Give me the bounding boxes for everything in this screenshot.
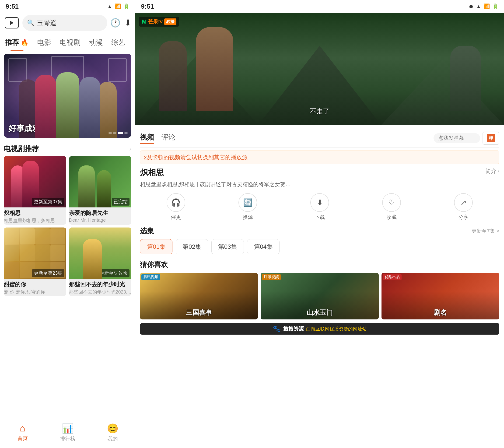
rec-title-2: 山水玉门 <box>306 308 333 317</box>
card-title-1: 炽相思 <box>4 209 66 217</box>
episode-chip-4[interactable]: 第04集 <box>247 239 280 254</box>
char-right <box>450 46 481 111</box>
rec-badge-3: 优酷出品 <box>383 274 402 280</box>
rec-card-3[interactable]: 剧名 优酷出品 <box>381 273 499 320</box>
card-subtitle-2: Dear Mr. Heritage <box>69 217 132 223</box>
nav-label-home: 首页 <box>18 435 28 442</box>
action-btn-favorite[interactable]: ♡ 收藏 <box>382 193 401 221</box>
action-row: 🎧 催更 🔄 换源 ⬇ 下载 ♡ 收藏 <box>140 193 499 221</box>
action-btn-share[interactable]: ↗ 分享 <box>454 193 473 221</box>
card-img-3: 更新至第23集 <box>4 228 66 279</box>
vtab-video[interactable]: 视频 <box>140 133 154 144</box>
search-bar: 🔍 玉骨遥 🕐 ⬇ <box>0 13 135 33</box>
card-subtitle-3: 宠·你,宠你,甜蜜的你 <box>4 289 66 295</box>
drama-description: 相思盘里炽相思,炽相思 | 该剧讲述了对古灵精怪的将军之女贺… <box>140 180 499 189</box>
danmaku-input: 弹 <box>433 132 499 145</box>
nav-tab-tv[interactable]: 电视剧 <box>58 36 82 51</box>
chevron-right-icon: › <box>129 145 131 153</box>
card-badge-1: 更新至第07集 <box>32 198 64 206</box>
notice-bar[interactable]: x及卡顿的视频请尝试切换到其它的播放源 <box>140 150 499 164</box>
card-3[interactable]: 更新至第23集 甜蜜的你 宠·你,宠你,甜蜜的你 <box>4 228 66 296</box>
right-panel: 9:51 ⏺ ▲ 📶 🔋 不走了 M 芒果tv 独播 <box>135 0 504 448</box>
danmaku-button[interactable]: 弹 <box>483 132 499 145</box>
status-bar-left: 9:51 ▲ 📶 🔋 <box>0 0 135 13</box>
dot-4 <box>124 132 128 134</box>
card-1[interactable]: 更新至第07集 炽相思 相思盘里炽相思，炽相思 <box>4 156 66 225</box>
drama-intro-btn[interactable]: 简介 › <box>485 167 499 175</box>
dot-3 <box>118 132 123 134</box>
video-logo: M 芒果tv 独播 <box>139 17 179 27</box>
card-title-3: 甜蜜的你 <box>4 281 66 288</box>
card-info-1: 炽相思 相思盘里炽相思，炽相思 <box>4 207 66 225</box>
nav-item-home[interactable]: ⌂ 首页 <box>0 423 45 446</box>
nav-item-ranking[interactable]: 📊 排行榜 <box>45 423 90 446</box>
action-label-favorite: 收藏 <box>386 214 397 221</box>
episode-title: 选集 <box>140 226 154 236</box>
episode-chip-2[interactable]: 第02集 <box>176 239 208 254</box>
episode-chip-3[interactable]: 第03集 <box>211 239 244 254</box>
rec-badge-1: 腾讯视频 <box>141 274 160 280</box>
danmaku-text-input[interactable] <box>433 133 480 143</box>
video-subtitle: 不走了 <box>310 107 329 116</box>
action-icon-download: ⬇ <box>310 193 329 212</box>
action-btn-source[interactable]: 🔄 换源 <box>238 193 257 221</box>
action-btn-download[interactable]: ⬇ 下载 <box>310 193 329 221</box>
promo-paw-icon: 🐾 <box>273 325 281 333</box>
profile-icon: 😊 <box>107 423 119 434</box>
status-icons-left: ▲ 📶 🔋 <box>107 3 129 10</box>
recommend-title: 猜你喜欢 <box>140 260 499 269</box>
video-tab-left: 视频 评论 <box>140 133 176 144</box>
chevron-right-drama-icon: › <box>498 168 499 174</box>
rec-title-3: 剧名 <box>434 308 447 317</box>
logo-text: 芒果tv <box>148 18 163 25</box>
fire-emoji: 🔥 <box>20 39 29 46</box>
video-player[interactable]: 不走了 M 芒果tv 独播 <box>135 13 504 125</box>
nav-tab-anime[interactable]: 动漫 <box>88 36 104 51</box>
search-placeholder: 玉骨遥 <box>37 18 56 27</box>
search-input-wrap[interactable]: 🔍 玉骨遥 <box>22 15 107 31</box>
banner-dots <box>108 132 128 134</box>
episode-more[interactable]: 更新至7集 > <box>471 228 499 234</box>
rec-badge-2: 腾讯视频 <box>262 274 281 280</box>
home-icon: ⌂ <box>19 423 25 433</box>
promo-text: 白撸互联网优质资源的网址站 <box>306 326 367 332</box>
history-icon[interactable]: 🕐 <box>110 18 121 28</box>
promo-bar: 🐾 撸撸资源 白撸互联网优质资源的网址站 <box>140 323 499 335</box>
nav-tab-recommend[interactable]: 推荐 🔥 <box>4 36 30 51</box>
banner[interactable]: 好事成双 <box>4 54 131 138</box>
wifi-icon-right: 📶 <box>484 3 490 10</box>
signal-icon: ▲ <box>107 3 112 10</box>
char-main <box>196 27 233 111</box>
nav-tab-variety[interactable]: 综艺 <box>110 36 127 51</box>
action-icon-share: ↗ <box>454 193 473 212</box>
action-label-more: 催更 <box>171 214 181 221</box>
dot-2 <box>113 132 116 134</box>
tv-section-title: 电视剧推荐 <box>4 144 39 154</box>
nav-tab-movie[interactable]: 电影 <box>36 36 53 51</box>
status-bar-right: 9:51 ⏺ ▲ 📶 🔋 <box>135 0 504 13</box>
download-icon[interactable]: ⬇ <box>124 18 131 28</box>
rec-card-2[interactable]: 山水玉门 腾讯视频 <box>261 273 378 320</box>
episode-header: 选集 更新至7集 > <box>140 226 499 236</box>
vtab-comments[interactable]: 评论 <box>162 133 176 144</box>
status-time-right: 9:51 <box>141 3 154 10</box>
rec-card-1[interactable]: 三国喜事 腾讯视频 <box>140 273 258 320</box>
tv-section-more[interactable]: › <box>129 145 131 153</box>
action-btn-more[interactable]: 🎧 催更 <box>167 193 185 221</box>
signal-icon-right: ▲ <box>476 3 481 10</box>
card-2[interactable]: 已完结 亲爱的隐居先生 Dear Mr. Heritage <box>69 156 132 225</box>
drama-info: 炽相思 简介 › <box>140 167 499 178</box>
dot-1 <box>108 132 112 134</box>
episode-chip-1[interactable]: 第01集 <box>140 239 172 254</box>
logo-play-icon <box>10 20 14 25</box>
nav-item-profile[interactable]: 😊 我的 <box>90 423 135 446</box>
exclusive-badge: 独播 <box>164 18 176 25</box>
card-4[interactable]: 更新至失效快 那些回不去的年少时光 那些回不去的年少时光2023,... <box>69 228 132 296</box>
action-icon-more: 🎧 <box>167 193 185 212</box>
char-left <box>159 41 187 111</box>
card-subtitle-4: 那些回不去的年少时光2023,... <box>69 289 132 295</box>
right-status-icons: ⏺ ▲ 📶 🔋 <box>468 3 498 10</box>
banner-wrap: 好事成双 <box>0 51 135 141</box>
wifi-icon: 📶 <box>115 3 121 10</box>
video-tabs: 视频 评论 弹 <box>140 129 499 148</box>
